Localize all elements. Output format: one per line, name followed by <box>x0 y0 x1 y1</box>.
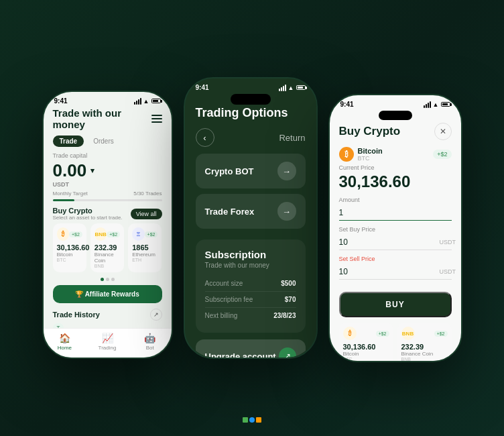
battery-icon <box>151 99 161 103</box>
dot-3 <box>111 278 115 281</box>
trade-forex-option[interactable]: Trade Forex → <box>196 194 306 229</box>
btc-name: Bitcoin <box>57 252 82 258</box>
upgrade-btn[interactable]: Upgrade account ↗ <box>196 339 306 358</box>
back-btn[interactable]: ‹ <box>196 128 214 147</box>
eth-price: 1865 <box>132 243 158 252</box>
buy-price-label: Set Buy Price <box>339 226 452 233</box>
bottom-bnb-price: 232.39 <box>401 343 448 351</box>
crypto-bot-option[interactable]: Crypto BOT → <box>196 154 306 188</box>
crypto-bot-label: Crypto BOT <box>205 166 254 176</box>
sell-price-input[interactable] <box>339 267 440 276</box>
status-bar-1: 9:41 ▲ <box>44 92 172 107</box>
phone-center: 9:41 ▲ Trading Options ‹ Return Crypt <box>184 77 318 359</box>
close-btn[interactable]: ✕ <box>434 123 452 140</box>
trade-history-title: Trade History <box>53 311 100 319</box>
btc-badge: +$2 <box>69 231 82 237</box>
affiliate-btn[interactable]: 🏆 Affiliate Rewards <box>53 285 162 303</box>
dot-1 <box>101 278 104 281</box>
phone3-title: Buy Crypto <box>339 125 401 138</box>
tabs-row: Trade Orders <box>53 135 162 147</box>
buy-price-input[interactable] <box>339 237 440 247</box>
bottom-bnb-symbol: BNB <box>401 357 448 361</box>
amount-input[interactable] <box>339 205 452 221</box>
crypto-card-eth[interactable]: Ξ +$2 1865 Ethereum ETH <box>128 223 162 272</box>
crypto-card-btc[interactable]: ₿ +$2 30,136.60 Bitcoin BTC <box>53 223 86 272</box>
home-icon: 🏠 <box>59 333 70 343</box>
bottom-btc-symbol: BTC <box>343 357 389 361</box>
tab-trade[interactable]: Trade <box>53 135 84 147</box>
nav-home-label: Home <box>58 345 72 351</box>
trade-history-arrow[interactable]: ↗ <box>150 309 162 321</box>
signal-icon <box>134 98 141 105</box>
view-all-btn[interactable]: View all <box>131 209 162 219</box>
return-label[interactable]: Return <box>279 133 305 143</box>
btc-coin-name: Bitcoin <box>358 147 383 155</box>
crypto-card-bnb[interactable]: BNB +$2 232.39 Binance Coin BNB <box>90 223 124 272</box>
sub-value-billing: 23/8/23 <box>273 312 296 319</box>
status-icons-3: ▲ <box>424 101 450 108</box>
menu-icon[interactable] <box>151 115 162 123</box>
sell-price-label: Set Sell Price <box>339 256 452 262</box>
current-price: 30,136.60 <box>339 172 452 191</box>
btc-info: ₿ Bitcoin BTC <box>339 147 383 162</box>
crypto-bot-arrow: → <box>277 162 296 180</box>
eth-name: Ethereum <box>132 252 158 258</box>
monthly-target-row: Monthly Target 5/30 Trades <box>53 190 162 197</box>
sell-price-input-row: USDT <box>339 264 452 280</box>
btc-coin-symbol: BTC <box>358 155 383 162</box>
btc-coin-icon: ₿ <box>339 147 354 162</box>
sub-key-billing: Next billing <box>205 312 238 319</box>
bottom-card-btc[interactable]: ₿ +$2 30,136.60 Bitcoin BTC <box>339 323 393 361</box>
bottom-card-bnb[interactable]: BNB +$2 232.39 Binance Coin BNB <box>397 323 452 361</box>
time-1: 9:41 <box>54 97 68 105</box>
nav-home[interactable]: 🏠 Home <box>44 333 86 351</box>
dot-indicators <box>53 278 162 281</box>
buy-price-group: Set Buy Price USDT <box>339 226 452 250</box>
bottom-btc-price: 30,136.60 <box>343 343 389 351</box>
sub-value-account: $500 <box>281 280 296 287</box>
trade-currency: USDT <box>53 181 162 188</box>
upgrade-arrow-icon: ↗ <box>279 347 296 358</box>
sub-title: Subscription <box>205 249 296 260</box>
monthly-target-label: Monthly Target <box>53 190 88 197</box>
phone3-header: Buy Crypto ✕ <box>339 123 452 140</box>
nav-bot-label: Bot <box>146 345 154 351</box>
battery-icon-3 <box>441 102 450 107</box>
buy-crypto-header: Buy Crypto Select an asset to start trad… <box>53 207 162 221</box>
bnb-price: 232.39 <box>94 243 120 252</box>
nav-bot[interactable]: 🤖 Bot <box>129 333 172 351</box>
sub-key-fee: Subscription fee <box>205 296 253 303</box>
bottom-btc-badge: +$2 <box>376 331 389 337</box>
eth-icon: Ξ <box>132 227 144 241</box>
tab-orders[interactable]: Orders <box>89 135 118 147</box>
logo-seg-1 <box>243 417 248 423</box>
phone1-title: Trade with our money <box>53 107 151 130</box>
signal-icon-3 <box>424 101 431 108</box>
bottom-bnb-badge: +$2 <box>434 331 448 337</box>
btc-price: 30,136.60 <box>57 243 82 252</box>
trade-capital-label: Trade capital <box>53 152 162 159</box>
bottom-nav: 🏠 Home 📈 Trading 🤖 Bot <box>44 328 172 358</box>
buy-button[interactable]: BUY <box>339 292 452 317</box>
notch-3 <box>379 111 412 120</box>
current-price-label: Current Price <box>339 164 452 171</box>
eth-badge: +$2 <box>145 231 158 237</box>
trade-forex-label: Trade Forex <box>205 207 255 217</box>
btc-row: ₿ Bitcoin BTC +$2 <box>339 147 452 162</box>
sell-price-suffix: USDT <box>440 268 456 275</box>
time-2: 9:41 <box>196 84 209 91</box>
progress-fill <box>53 199 75 201</box>
bnb-badge: +$2 <box>107 231 120 237</box>
phone1-header: Trade with our money <box>53 107 162 130</box>
progress-bar <box>53 199 162 201</box>
notch-2 <box>231 94 271 105</box>
bottom-bnb-name: Binance Coin <box>401 351 448 357</box>
upgrade-label: Upgrade account <box>205 351 276 358</box>
monthly-progress: 5/30 Trades <box>133 190 162 197</box>
bot-icon: 🤖 <box>144 333 155 343</box>
trading-icon: 📈 <box>102 333 113 343</box>
sell-price-group: Set Sell Price USDT <box>339 256 452 280</box>
sub-key-account: Account size <box>205 280 243 287</box>
nav-trading[interactable]: 📈 Trading <box>86 333 129 351</box>
bottom-logo <box>243 417 261 423</box>
